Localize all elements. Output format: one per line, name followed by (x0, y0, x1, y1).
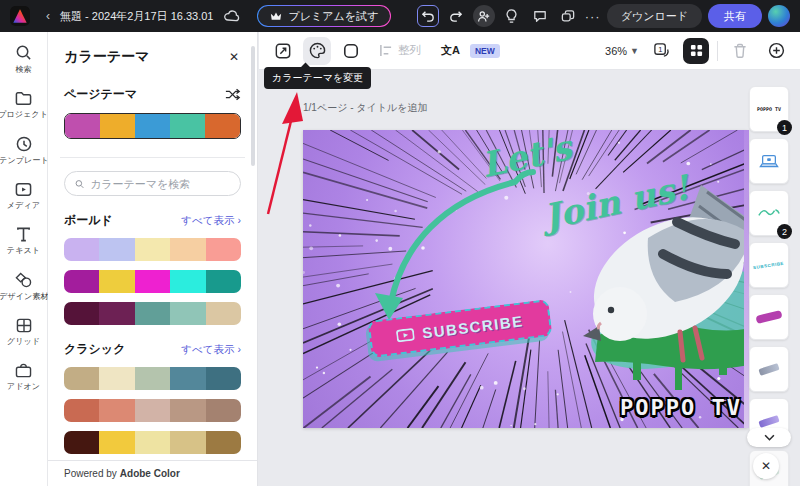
palette-swatch[interactable] (135, 431, 170, 454)
palette-swatch[interactable] (99, 367, 134, 390)
palette-swatch[interactable] (206, 238, 241, 261)
palette-swatch[interactable] (64, 238, 99, 261)
color-palette[interactable] (64, 367, 241, 390)
zoom-control[interactable]: 36% ▼ (605, 45, 639, 57)
collapse-thumbnails-button[interactable] (747, 428, 791, 447)
share-button[interactable]: 共有 (708, 4, 762, 28)
palette-swatch[interactable] (206, 367, 241, 390)
resize-button[interactable] (269, 37, 297, 65)
sidebar-item-addons[interactable]: アドオン (0, 363, 48, 393)
curved-arrow-doodle[interactable] (303, 130, 748, 428)
page-title-label[interactable]: 1/1ページ - タイトルを追加 (303, 101, 427, 115)
thumb-subscribe-text[interactable]: SUBSCRIBE (749, 242, 789, 288)
show-all-bold-link[interactable]: すべて表示 › (181, 214, 241, 228)
undo-button[interactable] (417, 5, 439, 27)
design-canvas[interactable]: Let's Join us! SUBSCRIBE POPPO TV (303, 130, 748, 428)
palette-swatch[interactable] (135, 270, 170, 293)
thumb-pink-pill[interactable] (749, 294, 789, 340)
palette-swatch[interactable] (99, 302, 134, 325)
color-theme-button[interactable] (303, 37, 331, 65)
background-shape-button[interactable] (337, 37, 365, 65)
single-page-view-button[interactable]: 1 (647, 37, 675, 65)
palette-swatch[interactable] (64, 399, 99, 422)
theme-search-input[interactable] (90, 178, 230, 190)
sidebar-item-text[interactable]: テキスト (0, 227, 48, 257)
color-palette[interactable] (64, 431, 241, 454)
thumb-laptop[interactable] (749, 138, 789, 184)
palette-swatch[interactable] (170, 367, 205, 390)
left-sidebar: 検索 プロジェクト テンプレート メディア テキスト デザイン素材 グリッド ア… (0, 32, 48, 486)
palette-swatch[interactable] (135, 367, 170, 390)
palette-swatch[interactable] (205, 114, 240, 138)
brand-logo-text[interactable]: POPPO TV (620, 395, 742, 420)
avatar[interactable] (768, 5, 790, 27)
sidebar-item-grid[interactable]: グリッド (0, 318, 48, 348)
close-thumbnails-button[interactable]: ✕ (753, 453, 779, 479)
thumb-script-text[interactable]: 2 (749, 190, 789, 236)
palette-swatch[interactable] (170, 302, 205, 325)
color-palette[interactable] (64, 302, 241, 325)
page-theme-color-bar[interactable] (64, 113, 241, 139)
translate-button[interactable]: 文A (441, 43, 460, 58)
ideas-bulb-icon[interactable] (501, 5, 523, 27)
palette-swatch[interactable] (206, 302, 241, 325)
redo-button[interactable] (445, 5, 467, 27)
palette-swatch[interactable] (99, 431, 134, 454)
adobe-express-logo[interactable] (10, 6, 30, 26)
palette-swatch[interactable] (99, 399, 134, 422)
page-theme-label: ページテーマ (64, 86, 137, 103)
pages-grid-view-button[interactable] (683, 38, 709, 64)
show-all-classic-link[interactable]: すべて表示 › (181, 343, 241, 357)
delete-page-button[interactable] (726, 37, 754, 65)
palette-swatch[interactable] (170, 238, 205, 261)
palette-swatch[interactable] (135, 302, 170, 325)
laptop-icon (759, 154, 779, 169)
more-options-button[interactable]: ··· (585, 9, 601, 24)
try-premium-button[interactable]: プレミアムを試す (257, 5, 391, 27)
sidebar-item-media[interactable]: メディア (0, 182, 48, 212)
download-button[interactable]: ダウンロード (607, 4, 702, 28)
theme-search-box[interactable] (64, 171, 241, 196)
palette-swatch[interactable] (206, 431, 241, 454)
add-collaborator-button[interactable] (473, 5, 495, 27)
align-label: 整列 (398, 43, 421, 58)
sidebar-item-projects[interactable]: プロジェクト (0, 91, 48, 121)
shuffle-icon[interactable] (225, 88, 241, 101)
comment-icon[interactable] (529, 5, 551, 27)
palette-swatch[interactable] (64, 431, 99, 454)
palette-swatch[interactable] (206, 399, 241, 422)
color-palette[interactable] (64, 399, 241, 422)
palette-swatch[interactable] (170, 270, 205, 293)
back-chevron-icon[interactable]: ‹ (38, 9, 52, 23)
thumb-brand-text[interactable]: POPPO TV 1 (749, 86, 789, 132)
palette-swatch[interactable] (206, 270, 241, 293)
palette-swatch[interactable] (100, 114, 135, 138)
palette-swatch[interactable] (64, 302, 99, 325)
document-title[interactable]: 無題 - 2024年2月17日 16.33.01 (60, 9, 213, 24)
sidebar-item-design-assets[interactable]: デザイン素材 (0, 272, 48, 303)
palette-swatch[interactable] (64, 270, 99, 293)
palette-swatch[interactable] (170, 431, 205, 454)
close-panel-icon[interactable]: ✕ (227, 48, 241, 66)
resize-icon (275, 43, 291, 59)
palette-swatch[interactable] (64, 367, 99, 390)
palette-swatch[interactable] (99, 238, 134, 261)
palette-swatch[interactable] (135, 114, 170, 138)
palette-swatch[interactable] (170, 114, 205, 138)
align-button[interactable]: 整列 (379, 43, 421, 58)
duplicate-windows-icon[interactable] (557, 5, 579, 27)
palette-swatch[interactable] (135, 399, 170, 422)
add-page-button[interactable] (762, 37, 790, 65)
panel-scrollbar[interactable] (251, 46, 255, 166)
palette-swatch[interactable] (99, 270, 134, 293)
thumb-gray-shape[interactable] (749, 346, 789, 392)
color-palette[interactable] (64, 238, 241, 261)
palette-swatch[interactable] (65, 114, 100, 138)
sidebar-item-templates[interactable]: テンプレート (0, 136, 48, 167)
palette-swatch[interactable] (135, 238, 170, 261)
sidebar-item-search[interactable]: 検索 (0, 44, 48, 76)
color-palette[interactable] (64, 270, 241, 293)
palette-swatch[interactable] (170, 399, 205, 422)
shapes-icon (15, 272, 32, 288)
media-icon (15, 182, 32, 197)
